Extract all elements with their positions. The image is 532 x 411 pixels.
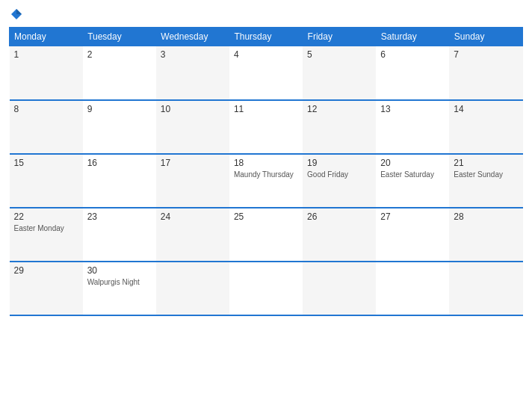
day-cell: 2	[83, 46, 156, 100]
day-cell: 30Walpurgis Night	[83, 262, 156, 315]
day-number: 22	[14, 211, 78, 222]
day-number: 23	[87, 211, 152, 222]
day-number: 6	[380, 49, 445, 60]
logo	[9, 7, 24, 21]
day-header-wednesday: Wednesday	[156, 28, 229, 46]
day-cell: 6	[376, 46, 449, 100]
holiday-name: Easter Sunday	[454, 170, 518, 179]
day-number: 19	[307, 158, 371, 168]
day-number: 8	[14, 104, 78, 114]
day-header-thursday: Thursday	[229, 28, 303, 46]
day-cell	[156, 262, 229, 315]
day-cell: 9	[83, 100, 156, 154]
week-row-4: 22Easter Monday232425262728	[10, 208, 523, 262]
day-cell: 16	[83, 154, 156, 208]
day-cell: 26	[303, 208, 376, 262]
day-header-monday: Monday	[10, 28, 83, 46]
week-row-5: 2930Walpurgis Night	[10, 262, 523, 315]
day-cell: 3	[156, 46, 229, 100]
calendar-header: MondayTuesdayWednesdayThursdayFridaySatu…	[10, 28, 523, 46]
day-number: 30	[87, 265, 152, 276]
day-number: 21	[454, 158, 518, 168]
day-cell: 15	[10, 154, 83, 208]
day-cell: 13	[376, 100, 449, 154]
day-number: 10	[161, 104, 225, 114]
day-number: 15	[14, 158, 78, 168]
day-number: 24	[161, 211, 225, 222]
week-row-2: 891011121314	[10, 100, 523, 154]
day-number: 25	[234, 211, 298, 222]
day-number: 2	[87, 49, 152, 60]
holiday-name: Easter Saturday	[380, 170, 445, 179]
day-cell: 20Easter Saturday	[376, 154, 449, 208]
day-cell: 12	[303, 100, 376, 154]
day-cell: 25	[229, 208, 303, 262]
day-cell: 8	[10, 100, 83, 154]
day-cell	[303, 262, 376, 315]
week-row-1: 1234567	[10, 46, 523, 100]
day-cell: 14	[449, 100, 522, 154]
week-row-3: 15161718Maundy Thursday19Good Friday20Ea…	[10, 154, 523, 208]
holiday-name: Easter Monday	[14, 223, 78, 233]
logo-icon	[10, 7, 23, 21]
day-number: 5	[307, 49, 371, 60]
day-number: 12	[307, 104, 371, 114]
day-cell: 1	[10, 46, 83, 100]
holiday-name: Good Friday	[307, 170, 371, 179]
day-cell: 29	[10, 262, 83, 315]
day-cell: 18Maundy Thursday	[229, 154, 303, 208]
day-cell: 17	[156, 154, 229, 208]
day-cell	[449, 262, 522, 315]
days-header-row: MondayTuesdayWednesdayThursdayFridaySatu…	[10, 28, 523, 46]
day-number: 16	[87, 158, 152, 168]
day-number: 17	[161, 158, 225, 168]
day-cell: 5	[303, 46, 376, 100]
day-cell: 24	[156, 208, 229, 262]
day-header-sunday: Sunday	[449, 28, 522, 46]
day-cell: 7	[449, 46, 522, 100]
day-number: 29	[14, 265, 78, 276]
day-header-friday: Friday	[303, 28, 376, 46]
calendar-table: MondayTuesdayWednesdayThursdayFridaySatu…	[9, 27, 523, 316]
holiday-name: Walpurgis Night	[87, 277, 152, 287]
day-cell: 21Easter Sunday	[449, 154, 522, 208]
calendar-container: MondayTuesdayWednesdayThursdayFridaySatu…	[0, 0, 532, 411]
svg-marker-1	[16, 9, 22, 14]
day-cell: 4	[229, 46, 303, 100]
day-cell	[376, 262, 449, 315]
day-number: 4	[234, 49, 298, 60]
day-number: 27	[380, 211, 445, 222]
day-header-tuesday: Tuesday	[83, 28, 156, 46]
day-number: 18	[234, 158, 298, 168]
day-cell: 10	[156, 100, 229, 154]
day-number: 28	[454, 211, 518, 222]
day-cell: 19Good Friday	[303, 154, 376, 208]
day-number: 7	[454, 49, 518, 60]
day-number: 14	[454, 104, 518, 114]
day-number: 3	[161, 49, 225, 60]
day-cell: 11	[229, 100, 303, 154]
day-cell: 22Easter Monday	[10, 208, 83, 262]
day-number: 13	[380, 104, 445, 114]
day-cell: 28	[449, 208, 522, 262]
day-number: 9	[87, 104, 152, 114]
holiday-name: Maundy Thursday	[234, 170, 298, 179]
day-header-saturday: Saturday	[376, 28, 449, 46]
day-number: 26	[307, 211, 371, 222]
day-cell: 27	[376, 208, 449, 262]
day-number: 11	[234, 104, 298, 114]
calendar-body: 123456789101112131415161718Maundy Thursd…	[10, 46, 523, 315]
day-cell	[229, 262, 303, 315]
day-cell: 23	[83, 208, 156, 262]
day-number: 1	[14, 49, 78, 60]
header	[9, 7, 523, 21]
day-number: 20	[380, 158, 445, 168]
